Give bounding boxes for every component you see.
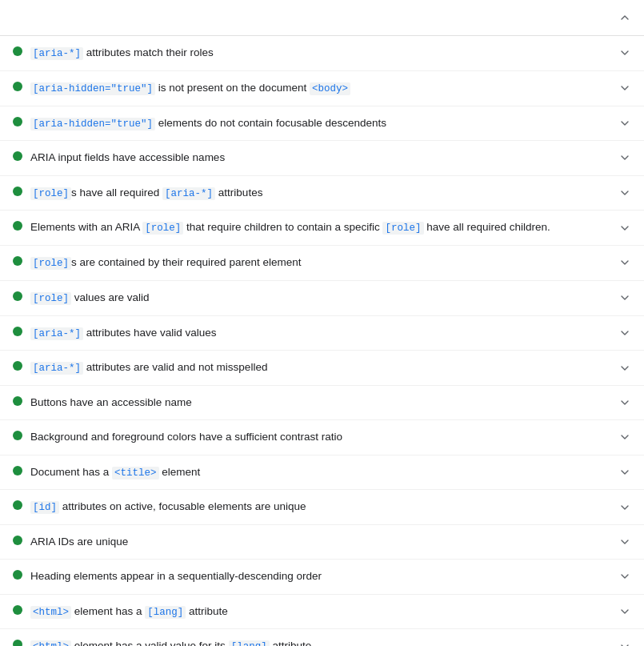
expand-icon[interactable] <box>618 327 631 339</box>
expand-icon[interactable] <box>618 536 631 548</box>
audit-item[interactable]: Document has a <title> element <box>0 455 644 491</box>
code-snippet: <title> <box>112 467 159 479</box>
code-snippet: [aria-*] <box>162 187 215 200</box>
pass-indicator <box>13 221 22 231</box>
audit-item[interactable]: ARIA IDs are unique <box>0 525 644 560</box>
pass-indicator <box>13 640 22 646</box>
audit-item-text: [role] values are valid <box>30 290 612 307</box>
audit-item-text: Document has a <title> element <box>30 464 612 481</box>
expand-icon[interactable] <box>618 396 631 409</box>
expand-icon[interactable] <box>618 291 631 304</box>
audit-item[interactable]: [aria-hidden="true"] is not present on t… <box>0 71 644 106</box>
audit-item[interactable]: [aria-*] attributes have valid values <box>0 316 644 351</box>
code-snippet: <html> <box>30 640 71 646</box>
audit-item[interactable]: <html> element has a [lang] attribute <box>0 595 644 630</box>
pass-indicator <box>13 82 22 91</box>
audit-item-left: Heading elements appear in a sequentiall… <box>13 568 612 584</box>
audit-item-text: <html> element has a valid value for its… <box>30 638 612 646</box>
pass-indicator <box>13 117 22 126</box>
pass-indicator <box>13 327 22 336</box>
expand-icon[interactable] <box>618 117 631 130</box>
expand-icon[interactable] <box>618 466 631 479</box>
audit-item-text: [aria-*] attributes match their roles <box>30 45 612 62</box>
code-snippet: [aria-hidden="true"] <box>30 82 155 95</box>
pass-indicator <box>13 500 22 510</box>
code-snippet: [role] <box>142 222 183 235</box>
audit-item[interactable]: Elements with an ARIA [role] that requir… <box>0 211 644 246</box>
code-snippet: [id] <box>30 501 59 514</box>
audit-item[interactable]: [aria-*] attributes match their roles <box>0 36 644 71</box>
pass-indicator <box>13 256 22 266</box>
pass-indicator <box>13 570 22 580</box>
audit-item-text: <html> element has a [lang] attribute <box>30 604 612 620</box>
pass-indicator <box>13 46 22 56</box>
audit-item-left: <html> element has a [lang] attribute <box>13 604 612 620</box>
audit-item-left: [role] values are valid <box>13 290 612 307</box>
pass-indicator <box>13 151 22 161</box>
audit-item[interactable]: [role]s are contained by their required … <box>0 246 644 281</box>
collapse-icon[interactable] <box>618 11 631 24</box>
pass-indicator <box>13 431 22 440</box>
pass-indicator <box>13 466 22 475</box>
audit-item-text: ARIA IDs are unique <box>30 534 612 550</box>
audit-item-left: [aria-*] attributes have valid values <box>13 325 612 342</box>
expand-icon[interactable] <box>618 362 631 375</box>
pass-indicator <box>13 396 22 406</box>
passed-audits-container: [aria-*] attributes match their roles[ar… <box>0 0 644 646</box>
expand-icon[interactable] <box>618 46 631 59</box>
audit-item-left: <html> element has a valid value for its… <box>13 638 612 646</box>
audit-item[interactable]: [role]s have all required [aria-*] attri… <box>0 176 644 211</box>
audit-item-text: Heading elements appear in a sequentiall… <box>30 568 612 584</box>
audit-item[interactable]: ARIA input fields have accessible names <box>0 141 644 175</box>
pass-indicator <box>13 187 22 196</box>
audit-item[interactable]: [role] values are valid <box>0 281 644 316</box>
audit-item-text: Background and foreground colors have a … <box>30 429 612 445</box>
audit-item-text: [id] attributes on active, focusable ele… <box>30 499 612 516</box>
expand-icon[interactable] <box>618 151 631 164</box>
pass-indicator <box>13 536 22 545</box>
audit-item-text: [aria-*] attributes have valid values <box>30 325 612 342</box>
pass-indicator <box>13 605 22 615</box>
code-snippet: [role] <box>30 187 71 200</box>
audit-list: [aria-*] attributes match their roles[ar… <box>0 36 644 646</box>
expand-icon[interactable] <box>618 431 631 443</box>
audit-item-text: [role]s have all required [aria-*] attri… <box>30 185 612 202</box>
audit-item-left: [role]s are contained by their required … <box>13 255 612 271</box>
expand-icon[interactable] <box>618 222 631 235</box>
audit-item-text: Buttons have an accessible name <box>30 395 612 411</box>
audit-item[interactable]: Background and foreground colors have a … <box>0 420 644 455</box>
expand-icon[interactable] <box>618 605 631 618</box>
audit-item[interactable]: <html> element has a valid value for its… <box>0 629 644 646</box>
audit-item-text: [aria-hidden="true"] is not present on t… <box>30 80 612 97</box>
expand-icon[interactable] <box>618 640 631 646</box>
audit-item-text: [aria-*] attributes are valid and not mi… <box>30 359 612 376</box>
audit-item-left: [role]s have all required [aria-*] attri… <box>13 185 612 202</box>
audit-item[interactable]: [id] attributes on active, focusable ele… <box>0 490 644 525</box>
expand-icon[interactable] <box>618 570 631 583</box>
audit-item-left: [aria-*] attributes match their roles <box>13 45 612 62</box>
audit-item[interactable]: Buttons have an accessible name <box>0 386 644 420</box>
audit-item-left: ARIA IDs are unique <box>13 534 612 550</box>
audit-item[interactable]: Heading elements appear in a sequentiall… <box>0 560 644 594</box>
audit-item-left: [aria-hidden="true"] is not present on t… <box>13 80 612 97</box>
audit-item-left: Elements with an ARIA [role] that requir… <box>13 219 612 236</box>
expand-icon[interactable] <box>618 256 631 269</box>
audit-item-left: [id] attributes on active, focusable ele… <box>13 499 612 516</box>
code-snippet: [role] <box>30 292 71 305</box>
passed-audits-header[interactable] <box>0 0 644 36</box>
code-snippet: [role] <box>382 222 423 235</box>
audit-item[interactable]: [aria-hidden="true"] elements do not con… <box>0 106 644 142</box>
code-snippet: [aria-hidden="true"] <box>30 118 155 130</box>
code-snippet: [aria-*] <box>30 327 83 340</box>
audit-item-left: Document has a <title> element <box>13 464 612 481</box>
pass-indicator <box>13 291 22 301</box>
audit-item-left: [aria-hidden="true"] elements do not con… <box>13 115 612 132</box>
pass-indicator <box>13 361 22 371</box>
audit-item-left: Buttons have an accessible name <box>13 395 612 411</box>
expand-icon[interactable] <box>618 82 631 94</box>
audit-item[interactable]: [aria-*] attributes are valid and not mi… <box>0 351 644 386</box>
audit-item-text: [role]s are contained by their required … <box>30 255 612 271</box>
expand-icon[interactable] <box>618 501 631 514</box>
code-snippet: [aria-*] <box>30 362 83 375</box>
expand-icon[interactable] <box>618 187 631 199</box>
